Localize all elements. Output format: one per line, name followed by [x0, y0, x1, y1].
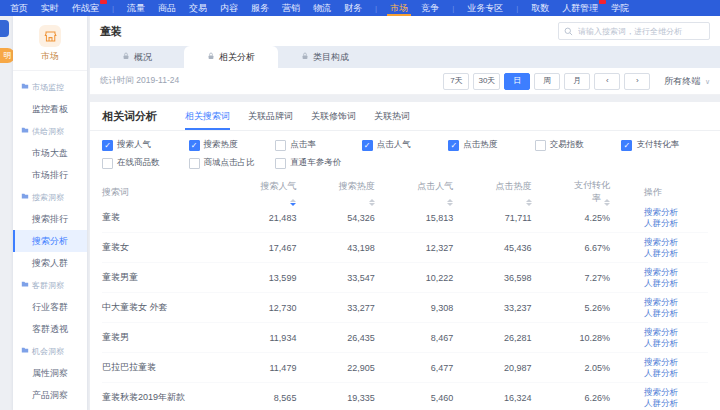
nav-item-首页[interactable]: 首页 [10, 0, 28, 16]
nav-item-业务专区[interactable]: 业务专区 [467, 0, 503, 16]
metric-checkbox-搜索人气[interactable]: ✓搜索人气 [102, 139, 189, 151]
keyword-search-box[interactable] [558, 22, 710, 40]
metric-value-cell: 5,460 [409, 393, 487, 403]
nav-item-财务[interactable]: 财务 [344, 0, 362, 16]
period-button-7天[interactable]: 7天 [443, 73, 469, 90]
sidebar-item-行业客群[interactable]: 行业客群 [13, 296, 87, 318]
action-link-搜索分析[interactable]: 搜索分析 [644, 237, 708, 248]
metric-value-cell: 20,987 [487, 363, 565, 373]
action-link-人群分析[interactable]: 人群分析 [644, 218, 708, 229]
sidebar-item-搜索分析[interactable]: 搜索分析 [13, 230, 87, 252]
row-actions: 搜索分析人群分析 [644, 237, 708, 259]
metric-checkbox-交易指数[interactable]: 交易指数 [535, 139, 622, 151]
nav-item-取数[interactable]: 取数 [531, 0, 549, 16]
metric-checkbox-支付转化率[interactable]: ✓支付转化率 [621, 139, 708, 151]
terminal-filter-dropdown[interactable]: 所有终端 ∨ [664, 75, 710, 88]
action-link-搜索分析[interactable]: 搜索分析 [644, 267, 708, 278]
period-button-周[interactable]: 周 [534, 73, 560, 90]
metric-label: 在线商品数 [117, 157, 160, 169]
sort-icon[interactable] [369, 199, 375, 206]
action-link-人群分析[interactable]: 人群分析 [644, 338, 708, 349]
nav-item-商品[interactable]: 商品 [158, 0, 176, 16]
stat-time-label: 统计时间 2019-11-24 [100, 75, 179, 87]
action-link-人群分析[interactable]: 人群分析 [644, 368, 708, 379]
store-icon [39, 25, 61, 47]
next-date-button[interactable]: › [624, 73, 650, 90]
nav-item-流量[interactable]: 流量 [127, 0, 145, 16]
checkbox-icon [275, 158, 286, 169]
tab-类目构成[interactable]: 类目构成 [278, 46, 372, 68]
metric-value-cell: 54,326 [330, 213, 408, 223]
nav-divider: | [516, 4, 518, 13]
action-link-搜索分析[interactable]: 搜索分析 [644, 207, 708, 218]
metric-checkbox-商城点击占比[interactable]: 商城点击占比 [189, 157, 276, 169]
action-link-搜索分析[interactable]: 搜索分析 [644, 357, 708, 368]
metric-checkbox-点击热度[interactable]: ✓点击热度 [448, 139, 535, 151]
sidebar-item-客群透视[interactable]: 客群透视 [13, 318, 87, 340]
column-header-点击热度[interactable]: 点击热度 [487, 180, 565, 206]
action-link-人群分析[interactable]: 人群分析 [644, 278, 708, 289]
sidebar-item-市场大盘[interactable]: 市场大盘 [13, 142, 87, 164]
nav-item-人群管理[interactable]: 人群管理 [562, 0, 598, 16]
sort-icon[interactable] [526, 199, 532, 206]
nav-item-实时[interactable]: 实时 [41, 0, 59, 16]
metric-checkbox-搜索热度[interactable]: ✓搜索热度 [189, 139, 276, 151]
action-link-人群分析[interactable]: 人群分析 [644, 248, 708, 259]
metric-checkbox-点击率[interactable]: 点击率 [275, 139, 362, 151]
table-row: 巴拉巴拉童装11,47922,9056,47720,9872.05%搜索分析人群… [102, 353, 708, 383]
sidebar-item-市场排行[interactable]: 市场排行 [13, 164, 87, 186]
sidebar-item-产品洞察[interactable]: 产品洞察 [13, 384, 87, 406]
column-header-支付转化率[interactable]: 支付转化率 [566, 179, 644, 206]
nav-item-营销[interactable]: 营销 [282, 0, 300, 16]
sort-icon[interactable] [604, 199, 610, 206]
checkbox-icon: ✓ [189, 140, 200, 151]
sidebar-module-header: 市场 [13, 16, 87, 71]
nav-item-市场[interactable]: 市场 [390, 0, 408, 16]
nav-item-学院[interactable]: 学院 [611, 0, 629, 16]
metric-checkbox-点击人气[interactable]: ✓点击人气 [362, 139, 449, 151]
sidebar-item-搜索排行[interactable]: 搜索排行 [13, 208, 87, 230]
word-tab-相关搜索词[interactable]: 相关搜索词 [185, 102, 230, 130]
action-link-人群分析[interactable]: 人群分析 [644, 308, 708, 319]
metric-value-cell: 6.67% [566, 243, 644, 253]
sidebar-section-label: 客群洞察 [32, 280, 64, 291]
metric-value-cell: 13,599 [252, 273, 330, 283]
action-link-搜索分析[interactable]: 搜索分析 [644, 327, 708, 338]
tab-相关分析[interactable]: 相关分析 [184, 46, 278, 68]
sort-icon[interactable] [290, 199, 296, 206]
sort-asc-icon [290, 199, 296, 202]
nav-item-竞争[interactable]: 竞争 [421, 0, 439, 16]
sidebar-item-属性洞察[interactable]: 属性洞察 [13, 362, 87, 384]
action-link-人群分析[interactable]: 人群分析 [644, 398, 708, 409]
action-link-搜索分析[interactable]: 搜索分析 [644, 297, 708, 308]
table-body: 童装21,48354,32615,81371,7114.25%搜索分析人群分析童… [102, 203, 708, 410]
nav-item-作战室[interactable]: 作战室 [72, 0, 99, 16]
metric-value-cell: 6.26% [566, 393, 644, 403]
tab-概况[interactable]: 概况 [90, 46, 184, 68]
metric-checkbox-在线商品数[interactable]: 在线商品数 [102, 157, 189, 169]
sort-icon[interactable] [447, 199, 453, 206]
nav-item-内容[interactable]: 内容 [220, 0, 238, 16]
word-tab-关联热词[interactable]: 关联热词 [374, 102, 410, 130]
action-link-搜索分析[interactable]: 搜索分析 [644, 387, 708, 398]
metric-checkbox-直通车参考价[interactable]: 直通车参考价 [275, 157, 362, 169]
word-tab-关联品牌词[interactable]: 关联品牌词 [248, 102, 293, 130]
column-header-搜索热度[interactable]: 搜索热度 [330, 180, 408, 206]
metric-value-cell: 10.28% [566, 333, 644, 343]
column-header-搜索人气[interactable]: 搜索人气 [252, 180, 330, 206]
search-input[interactable] [576, 26, 704, 37]
period-button-月[interactable]: 月 [564, 73, 590, 90]
period-button-日[interactable]: 日 [504, 73, 530, 90]
period-button-30天[interactable]: 30天 [473, 73, 500, 90]
nav-item-交易[interactable]: 交易 [189, 0, 207, 16]
sidebar-item-监控看板[interactable]: 监控看板 [13, 98, 87, 120]
prev-date-button[interactable]: ‹ [594, 73, 620, 90]
column-header-点击人气[interactable]: 点击人气 [409, 180, 487, 206]
nav-item-服务[interactable]: 服务 [251, 0, 269, 16]
sort-desc-icon [369, 203, 375, 206]
word-tab-关联修饰词[interactable]: 关联修饰词 [311, 102, 356, 130]
keyword-title: 童装 [100, 24, 122, 39]
column-header-label: 搜索人气 [260, 181, 296, 191]
sidebar-item-搜索人群[interactable]: 搜索人群 [13, 252, 87, 274]
nav-item-物流[interactable]: 物流 [313, 0, 331, 16]
